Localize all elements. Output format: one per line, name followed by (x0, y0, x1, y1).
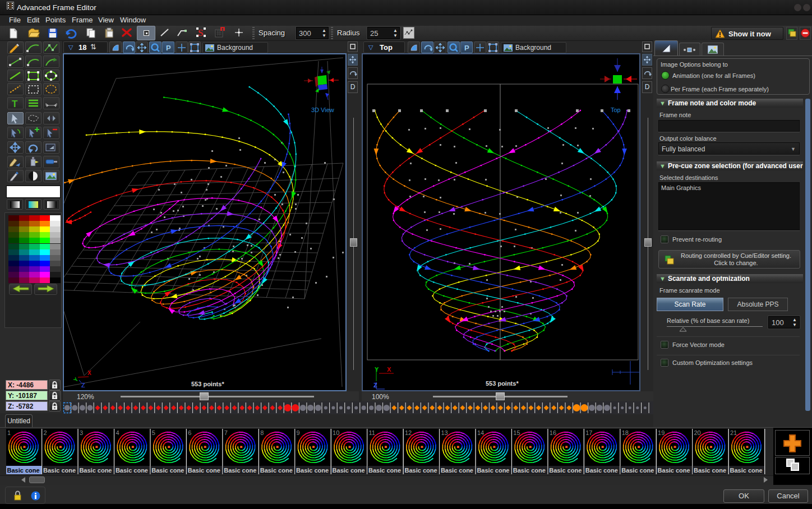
svg-text:Basic cone: Basic cone (333, 467, 365, 474)
svg-text:21: 21 (730, 429, 737, 436)
svg-text:13: 13 (441, 429, 447, 436)
svg-text:16: 16 (550, 429, 556, 436)
svg-text:Basic cone: Basic cone (296, 467, 329, 474)
svg-text:Basic cone: Basic cone (188, 467, 220, 474)
svg-text:553 points*: 553 points* (486, 380, 519, 387)
svg-text:2: 2 (44, 429, 47, 436)
svg-text:8: 8 (260, 429, 264, 436)
svg-text:3D View: 3D View (311, 107, 334, 113)
svg-text:Basic cone: Basic cone (151, 467, 184, 474)
svg-text:Basic cone: Basic cone (585, 467, 618, 474)
svg-text:Basic cone: Basic cone (477, 467, 509, 474)
svg-text:Z: Z (81, 382, 85, 388)
svg-text:19: 19 (658, 429, 665, 436)
svg-text:Top: Top (611, 107, 621, 113)
svg-text:Y: Y (375, 366, 379, 373)
svg-text:5: 5 (152, 429, 155, 436)
svg-text:Basic cone: Basic cone (79, 467, 112, 474)
svg-text:Basic cone: Basic cone (43, 467, 76, 474)
svg-text:18: 18 (622, 429, 629, 436)
svg-text:T: T (12, 99, 18, 109)
svg-text:1: 1 (7, 429, 11, 436)
svg-text:10: 10 (333, 429, 339, 436)
svg-text:17: 17 (585, 429, 592, 436)
svg-text:3: 3 (80, 429, 83, 436)
svg-text:Basic cone: Basic cone (658, 467, 690, 474)
svg-text:Basic cone: Basic cone (441, 467, 473, 474)
svg-text:4: 4 (116, 429, 119, 436)
svg-text:Basic cone: Basic cone (7, 467, 40, 474)
svg-text:Basic cone: Basic cone (694, 467, 726, 474)
svg-text:553 points*: 553 points* (191, 381, 224, 387)
svg-text:11: 11 (369, 429, 375, 436)
svg-text:S: S (198, 27, 203, 38)
svg-text:Basic cone: Basic cone (116, 467, 148, 474)
svg-text:Basic cone: Basic cone (513, 467, 546, 474)
svg-text:Basic cone: Basic cone (224, 467, 256, 474)
svg-text:Basic cone: Basic cone (405, 467, 437, 474)
svg-text:X: X (87, 370, 91, 376)
svg-text:P: P (464, 44, 469, 52)
svg-text:14: 14 (477, 429, 484, 436)
svg-text:Basic cone: Basic cone (368, 467, 401, 474)
svg-text:P: P (166, 44, 171, 52)
svg-text:6: 6 (188, 429, 191, 436)
svg-text:Basic cone: Basic cone (730, 467, 763, 474)
svg-text:Basic cone: Basic cone (260, 467, 293, 474)
svg-text:9: 9 (297, 429, 300, 436)
svg-text:15: 15 (513, 429, 520, 436)
svg-text:Basic cone: Basic cone (549, 467, 582, 474)
svg-text:7: 7 (224, 429, 228, 436)
svg-text:12: 12 (405, 429, 412, 436)
svg-text:20: 20 (694, 429, 701, 436)
svg-text:Basic cone: Basic cone (621, 467, 654, 474)
svg-text:X: X (387, 366, 391, 373)
svg-text:Z: Z (373, 382, 377, 388)
